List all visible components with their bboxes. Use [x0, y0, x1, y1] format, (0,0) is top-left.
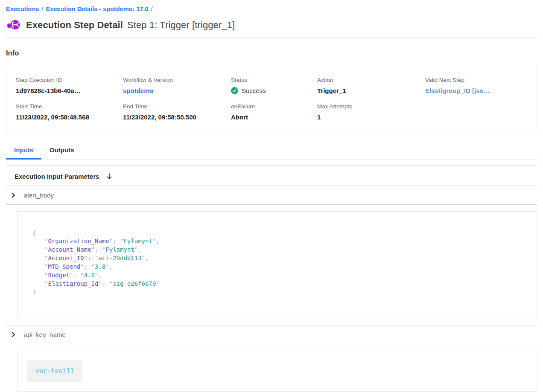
end-time-value: 11/23/2022, 09:58:50.500 — [123, 113, 231, 121]
field-label: onFailure — [231, 103, 317, 110]
field-label: Max Attempts — [317, 103, 425, 110]
status-text: Success — [242, 87, 266, 94]
section-row-divider — [6, 204, 537, 205]
max-attempts-value: 1 — [317, 113, 425, 121]
code-line: "Account_Name": "Fylamynt", — [32, 245, 522, 254]
code-line: } — [32, 288, 522, 296]
code-line: "Account_ID": "act-29ddd113", — [32, 254, 522, 262]
info-card: Step Execution ID 1d97828c-13b6-40a… Wor… — [6, 68, 537, 131]
page-title-main: Execution Step Detail — [26, 20, 123, 30]
field-start-time: Start Time 11/23/2022, 09:58:48.568 — [16, 103, 123, 121]
step-execution-id-value: 1d97828c-13b6-40a… — [16, 87, 123, 94]
code-line: "Organization_Name": "Fylamynt", — [32, 237, 522, 245]
code-line: "Budget": "4.0", — [32, 271, 522, 279]
field-label: Action — [317, 77, 425, 83]
field-empty — [425, 103, 532, 121]
breadcrumb-link-executions[interactable]: Executions — [6, 6, 39, 12]
field-max-attempts: Max Attempts 1 — [317, 103, 425, 121]
code-line: "Elastigroup_Id": "sig-e26f6079" — [32, 279, 522, 288]
field-step-execution-id: Step Execution ID 1d97828c-13b6-40a… — [16, 77, 123, 95]
field-onfailure: onFailure Abort — [231, 103, 317, 121]
tab-bar: Inputs Outputs — [6, 142, 537, 160]
breadcrumb-link-execution-details[interactable]: Execution Details - spotdemo: 17.0 — [46, 6, 148, 12]
tab-inputs[interactable]: Inputs — [6, 142, 41, 160]
tab-outputs[interactable]: Outputs — [41, 142, 82, 160]
field-valid-next-step: Valid Next Step Elastigroup_ID [jso… — [425, 77, 532, 95]
status-badge: Success — [231, 87, 317, 94]
breadcrumb: Executions/Execution Details - spotdemo:… — [6, 0, 537, 12]
workflow-link[interactable]: spotdemo — [123, 87, 154, 94]
api-key-name-value-panel: var-test11 — [17, 351, 537, 392]
info-heading-divider — [6, 62, 537, 62]
action-value: Trigger_1 — [317, 87, 425, 94]
onfailure-value: Abort — [231, 113, 317, 121]
breadcrumb-separator: / — [149, 6, 155, 12]
param-row-alert-body[interactable]: alert_body — [6, 186, 537, 204]
param-name: api_key_name — [24, 331, 66, 338]
field-status: Status Success — [231, 77, 317, 95]
param-row-api-key-name[interactable]: api_key_name — [6, 325, 537, 344]
alert-body-json-panel: {"Organization_Name": "Fylamynt","Accoun… — [17, 211, 537, 317]
field-label: End Time — [123, 103, 231, 110]
start-time-value: 11/23/2022, 09:58:48.568 — [16, 113, 123, 121]
page-title: Execution Step DetailStep 1: Trigger [tr… — [26, 20, 235, 31]
success-check-icon — [231, 87, 238, 94]
field-label: Start Time — [16, 103, 123, 110]
api-key-name-value: var-test11 — [27, 360, 82, 382]
breadcrumb-separator: / — [39, 6, 46, 12]
code-line: "MTD_Spend": "3.8", — [32, 262, 522, 271]
field-end-time: End Time 11/23/2022, 09:58:50.500 — [123, 103, 231, 121]
field-label: Workflow & Version — [123, 77, 231, 83]
sort-descending-icon[interactable] — [106, 173, 113, 180]
field-label: Valid Next Step — [425, 77, 532, 83]
page-header: Execution Step DetailStep 1: Trigger [tr… — [6, 19, 537, 31]
valid-next-step-link[interactable]: Elastigroup_ID [jso… — [425, 87, 490, 94]
field-label: Status — [231, 77, 317, 83]
field-label: Step Execution ID — [16, 77, 123, 83]
execution-step-detail-page: Executions/Execution Details - spotdemo:… — [0, 0, 543, 392]
info-section-heading: Info — [6, 49, 537, 57]
param-name: alert_body — [24, 192, 54, 199]
code-line: { — [32, 228, 522, 237]
json-code-block: {"Organization_Name": "Fylamynt","Accoun… — [32, 228, 522, 296]
execution-input-parameters-title: Execution Input Parameters — [15, 173, 99, 180]
chevron-right-icon — [10, 331, 16, 338]
field-workflow-version: Workflow & Version spotdemo — [123, 77, 231, 95]
page-title-step: Step 1: Trigger [trigger_1] — [127, 20, 235, 30]
header-divider — [6, 37, 537, 38]
chevron-right-icon — [10, 192, 16, 198]
execution-input-parameters-header: Execution Input Parameters — [6, 166, 537, 186]
section-row-divider — [6, 344, 537, 344]
fylamynt-logo-icon — [7, 19, 20, 31]
field-action: Action Trigger_1 — [317, 77, 425, 95]
